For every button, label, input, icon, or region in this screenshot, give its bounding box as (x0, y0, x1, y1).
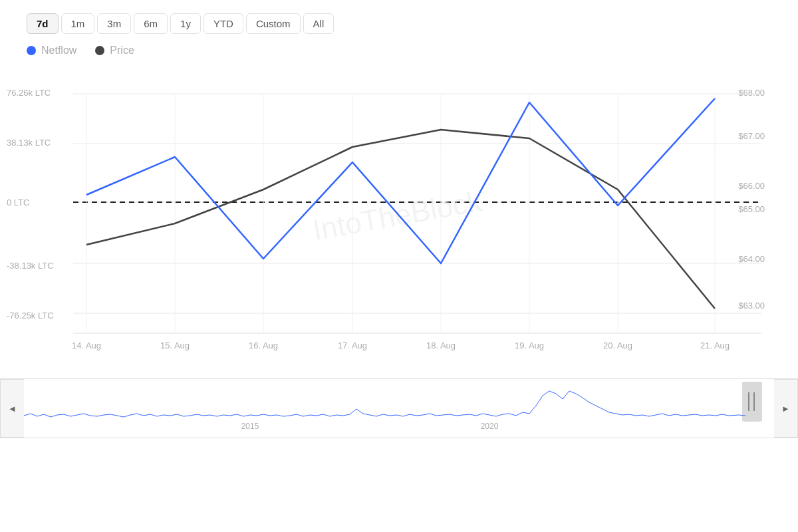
svg-text:$66.00: $66.00 (738, 181, 765, 191)
svg-text:16. Aug: 16. Aug (249, 340, 278, 350)
svg-text:15. Aug: 15. Aug (160, 340, 190, 350)
svg-text:14. Aug: 14. Aug (72, 340, 101, 350)
mini-chart-area: 2015 2020 (24, 379, 774, 438)
svg-text:19. Aug: 19. Aug (515, 340, 544, 350)
mini-chart-left-btn[interactable]: ◄ (0, 379, 24, 438)
svg-text:-38.13k LTC: -38.13k LTC (7, 261, 54, 271)
time-btn-all[interactable]: All (303, 13, 334, 34)
mini-chart-right-btn[interactable]: ► (774, 379, 798, 438)
svg-rect-36 (24, 379, 774, 438)
time-btn-1m[interactable]: 1m (61, 13, 95, 34)
svg-text:2020: 2020 (481, 422, 499, 431)
time-btn-3m[interactable]: 3m (97, 13, 131, 34)
svg-text:$68.00: $68.00 (738, 88, 765, 98)
netflow-label: Netflow (41, 45, 76, 57)
price-label: Price (110, 45, 134, 57)
svg-text:-76.25k LTC: -76.25k LTC (7, 311, 54, 321)
svg-text:38.13k LTC: 38.13k LTC (7, 138, 51, 148)
chart-legend: Netflow Price (0, 45, 798, 57)
svg-text:$63.00: $63.00 (738, 301, 765, 311)
netflow-dot (27, 46, 36, 55)
svg-text:21. Aug: 21. Aug (700, 340, 730, 350)
mini-chart-container: ◄ 2015 2020 ► (0, 378, 798, 438)
main-container: 7d1m3m6m1yYTDCustomAll Netflow Price 76.… (0, 0, 798, 532)
svg-text:18. Aug: 18. Aug (426, 340, 456, 350)
svg-text:$67.00: $67.00 (738, 131, 765, 141)
time-btn-6m[interactable]: 6m (134, 13, 168, 34)
mini-chart-svg: 2015 2020 (24, 379, 774, 438)
time-btn-ytd[interactable]: YTD (203, 13, 243, 34)
time-btn-1y[interactable]: 1y (170, 13, 201, 34)
legend-price: Price (95, 45, 134, 57)
svg-text:20. Aug: 20. Aug (603, 340, 632, 350)
legend-netflow: Netflow (27, 45, 76, 57)
svg-text:76.26k LTC: 76.26k LTC (7, 88, 51, 98)
price-dot (95, 46, 104, 55)
time-range-selector: 7d1m3m6m1yYTDCustomAll (0, 13, 798, 34)
main-chart-svg: 76.26k LTC 38.13k LTC 0 LTC -38.13k LTC … (0, 72, 798, 378)
time-btn-7d[interactable]: 7d (27, 13, 59, 34)
time-btn-custom[interactable]: Custom (246, 13, 301, 34)
svg-text:2015: 2015 (241, 422, 259, 431)
svg-text:$65.00: $65.00 (738, 204, 765, 214)
svg-text:$64.00: $64.00 (738, 254, 765, 264)
main-chart-wrapper: 76.26k LTC 38.13k LTC 0 LTC -38.13k LTC … (0, 72, 798, 378)
svg-text:0 LTC: 0 LTC (7, 198, 29, 207)
svg-text:17. Aug: 17. Aug (338, 340, 367, 350)
